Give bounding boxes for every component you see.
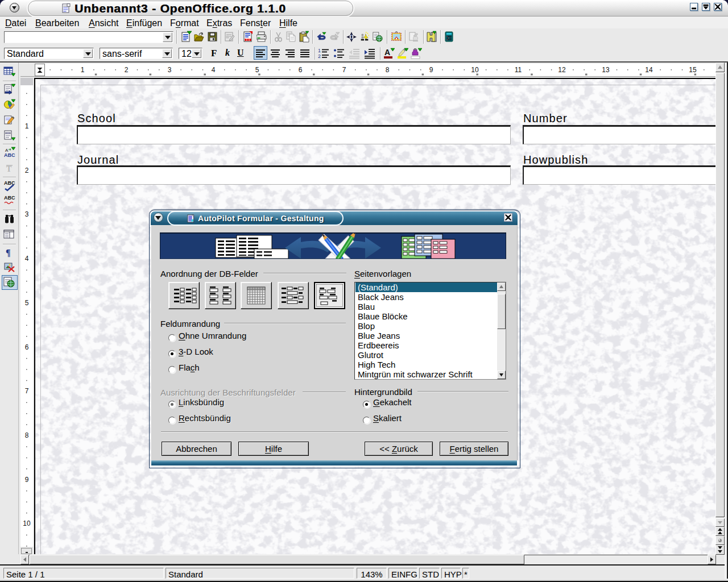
svg-text:6: 6 — [299, 66, 303, 74]
svg-text:7: 7 — [25, 387, 29, 395]
svg-text:8: 8 — [25, 431, 29, 439]
svg-text:5: 5 — [25, 299, 29, 307]
svg-text:15: 15 — [689, 66, 697, 74]
svg-text:4: 4 — [25, 255, 29, 263]
svg-text:14: 14 — [645, 66, 653, 74]
svg-text:5: 5 — [255, 66, 259, 74]
svg-text:A: A — [384, 48, 390, 57]
svg-text:7: 7 — [342, 66, 346, 74]
svg-text:1: 1 — [318, 48, 321, 53]
svg-text:2: 2 — [25, 167, 29, 174]
svg-text:6: 6 — [25, 343, 29, 351]
svg-text:ABC: ABC — [4, 195, 15, 201]
svg-text:2: 2 — [125, 66, 129, 74]
svg-text:11: 11 — [515, 66, 522, 74]
svg-text:10: 10 — [23, 519, 31, 527]
svg-text:1: 1 — [25, 122, 29, 130]
svg-text:3: 3 — [25, 210, 29, 218]
svg-text:4: 4 — [212, 66, 216, 74]
svg-text:T: T — [6, 165, 12, 173]
svg-text:1: 1 — [81, 66, 85, 74]
svg-text:13: 13 — [602, 66, 610, 74]
svg-text:9: 9 — [25, 476, 29, 484]
svg-text:12: 12 — [558, 66, 566, 74]
svg-text:¶: ¶ — [6, 248, 11, 257]
svg-text:10: 10 — [471, 66, 479, 74]
svg-text:9: 9 — [429, 66, 433, 74]
svg-text:8: 8 — [386, 66, 390, 74]
svg-text:3: 3 — [168, 66, 172, 74]
svg-text:ABC: ABC — [4, 152, 15, 158]
svg-text:2: 2 — [318, 53, 321, 59]
